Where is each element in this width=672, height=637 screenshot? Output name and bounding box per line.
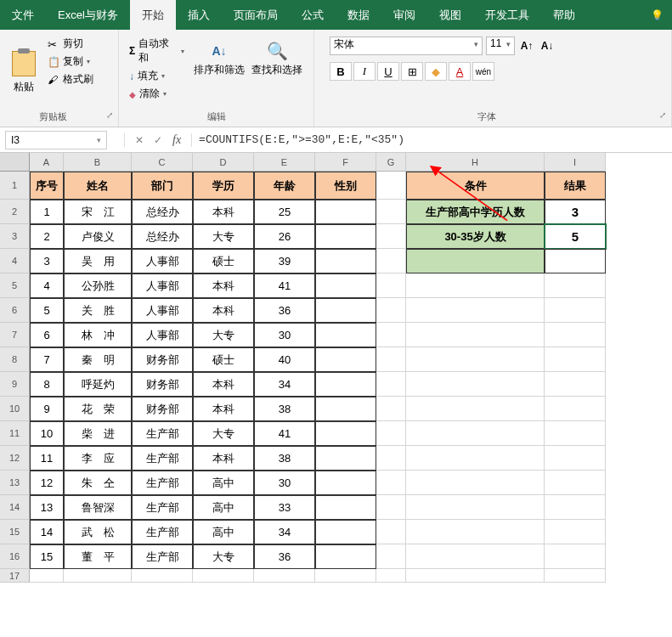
cell[interactable]: 人事部 bbox=[132, 323, 193, 347]
col-header[interactable]: D bbox=[193, 153, 254, 172]
cell[interactable]: 硕士 bbox=[193, 347, 254, 372]
cell[interactable]: 林 冲 bbox=[64, 323, 132, 347]
clear-button[interactable]: 清除 ▾ bbox=[129, 87, 184, 101]
cell[interactable] bbox=[376, 273, 406, 298]
cell[interactable] bbox=[406, 397, 545, 421]
cell[interactable] bbox=[406, 495, 545, 520]
cell[interactable] bbox=[545, 421, 606, 446]
cell[interactable]: 15 bbox=[30, 544, 64, 569]
cell[interactable] bbox=[315, 224, 376, 249]
cell[interactable]: 高中 bbox=[193, 471, 254, 495]
menu-page-layout[interactable]: 页面布局 bbox=[222, 0, 290, 30]
cell[interactable] bbox=[545, 446, 606, 471]
cell[interactable] bbox=[315, 372, 376, 397]
cell[interactable]: 本科 bbox=[193, 372, 254, 397]
cell[interactable]: 2 bbox=[30, 224, 64, 249]
cell[interactable]: 大专 bbox=[193, 544, 254, 569]
row-header[interactable]: 5 bbox=[0, 273, 30, 298]
font-name-select[interactable]: 宋体 bbox=[330, 37, 483, 55]
cell[interactable]: 总经办 bbox=[132, 200, 193, 224]
row-header[interactable]: 1 bbox=[0, 172, 30, 200]
row-header[interactable]: 2 bbox=[0, 200, 30, 224]
cell[interactable] bbox=[315, 520, 376, 544]
font-size-select[interactable]: 11 bbox=[486, 37, 515, 55]
fx-icon[interactable]: fx bbox=[172, 133, 181, 147]
cell[interactable]: 花 荣 bbox=[64, 397, 132, 421]
tell-me-icon[interactable]: 💡 bbox=[642, 9, 672, 21]
row-header[interactable]: 10 bbox=[0, 397, 30, 421]
font-launcher-icon[interactable]: ⤢ bbox=[659, 110, 666, 120]
cell[interactable]: 25 bbox=[254, 200, 315, 224]
cell[interactable]: 30 bbox=[254, 323, 315, 347]
menu-insert[interactable]: 插入 bbox=[176, 0, 222, 30]
cell[interactable] bbox=[64, 569, 132, 583]
cell[interactable] bbox=[376, 298, 406, 323]
row-header[interactable]: 4 bbox=[0, 249, 30, 273]
cell[interactable]: 高中 bbox=[193, 520, 254, 544]
cell[interactable] bbox=[406, 372, 545, 397]
cell[interactable] bbox=[406, 273, 545, 298]
cell[interactable]: 5 bbox=[30, 298, 64, 323]
cell[interactable]: 1 bbox=[30, 200, 64, 224]
cell[interactable] bbox=[254, 569, 315, 583]
col-header[interactable]: G bbox=[376, 153, 406, 172]
menu-excel-finance[interactable]: Excel与财务 bbox=[46, 0, 130, 30]
cell[interactable]: 大专 bbox=[193, 323, 254, 347]
cell[interactable]: 鲁智深 bbox=[64, 495, 132, 520]
cell[interactable]: 10 bbox=[30, 421, 64, 446]
cell[interactable] bbox=[315, 249, 376, 273]
cell[interactable] bbox=[315, 421, 376, 446]
cell[interactable]: 人事部 bbox=[132, 298, 193, 323]
cell[interactable]: 序号 bbox=[30, 172, 64, 200]
cell[interactable] bbox=[315, 298, 376, 323]
cell[interactable]: 36 bbox=[254, 544, 315, 569]
cell[interactable]: 本科 bbox=[193, 200, 254, 224]
row-header[interactable]: 16 bbox=[0, 544, 30, 569]
cell[interactable] bbox=[315, 446, 376, 471]
cell[interactable]: 柴 进 bbox=[64, 421, 132, 446]
cell[interactable] bbox=[315, 347, 376, 372]
cell[interactable] bbox=[376, 172, 406, 200]
cell[interactable] bbox=[545, 372, 606, 397]
row-header[interactable]: 14 bbox=[0, 495, 30, 520]
sort-filter-button[interactable]: 排序和筛选 bbox=[193, 37, 246, 113]
cell[interactable]: 30-35岁人数 bbox=[406, 224, 545, 249]
cell[interactable]: 7 bbox=[30, 347, 64, 372]
cell[interactable] bbox=[545, 520, 606, 544]
cell[interactable]: 李 应 bbox=[64, 446, 132, 471]
cell[interactable] bbox=[193, 569, 254, 583]
cell[interactable]: 总经办 bbox=[132, 224, 193, 249]
row-header[interactable]: 6 bbox=[0, 298, 30, 323]
clipboard-launcher-icon[interactable]: ⤢ bbox=[106, 110, 113, 120]
cell[interactable]: 6 bbox=[30, 323, 64, 347]
cell[interactable] bbox=[545, 298, 606, 323]
cell[interactable] bbox=[376, 224, 406, 249]
cell[interactable] bbox=[406, 249, 545, 273]
menu-help[interactable]: 帮助 bbox=[541, 0, 587, 30]
cell[interactable]: 本科 bbox=[193, 273, 254, 298]
cell[interactable] bbox=[132, 569, 193, 583]
cell[interactable]: 生产部 bbox=[132, 421, 193, 446]
menu-file[interactable]: 文件 bbox=[0, 0, 46, 30]
cell[interactable]: 呼延灼 bbox=[64, 372, 132, 397]
cell[interactable]: 9 bbox=[30, 397, 64, 421]
shrink-font-button[interactable]: A↓ bbox=[539, 37, 556, 55]
cell[interactable]: 生产部 bbox=[132, 495, 193, 520]
cell[interactable] bbox=[406, 544, 545, 569]
underline-button[interactable]: U bbox=[377, 62, 399, 81]
menu-data[interactable]: 数据 bbox=[336, 0, 381, 30]
row-header[interactable]: 3 bbox=[0, 224, 30, 249]
cell[interactable] bbox=[376, 323, 406, 347]
cell[interactable] bbox=[315, 495, 376, 520]
cell[interactable] bbox=[406, 298, 545, 323]
copy-button[interactable]: 复制▾ bbox=[48, 54, 93, 69]
cell[interactable]: 本科 bbox=[193, 397, 254, 421]
cell[interactable]: 3 bbox=[545, 200, 606, 224]
cell[interactable] bbox=[30, 569, 64, 583]
cell[interactable]: 生产部 bbox=[132, 544, 193, 569]
cell[interactable]: 30 bbox=[254, 471, 315, 495]
format-painter-button[interactable]: 格式刷 bbox=[48, 72, 93, 87]
fx-ok-icon[interactable] bbox=[154, 134, 162, 146]
cell[interactable] bbox=[406, 471, 545, 495]
cell[interactable] bbox=[376, 249, 406, 273]
